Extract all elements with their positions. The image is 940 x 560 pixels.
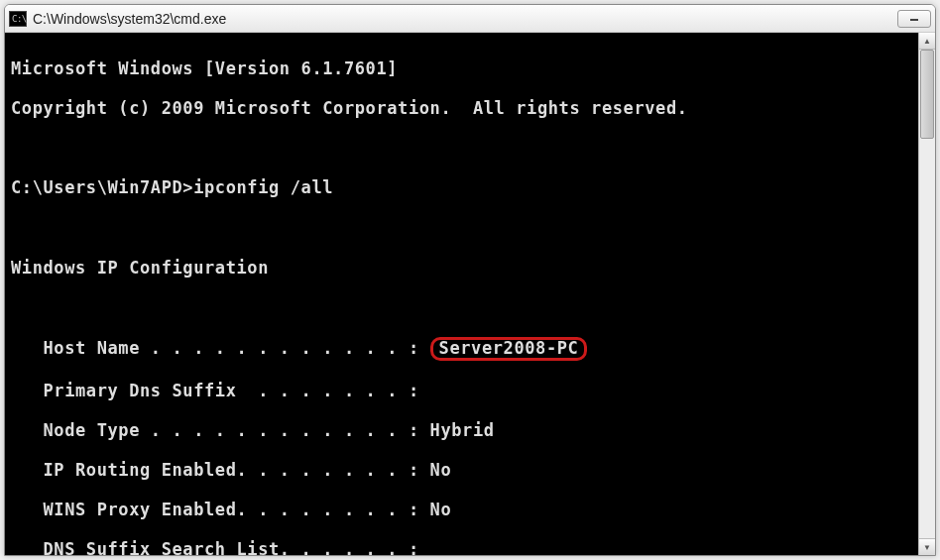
- cmd-window: C:\ C:\Windows\system32\cmd.exe Microsof…: [4, 4, 936, 556]
- scroll-track[interactable]: [919, 50, 935, 538]
- scroll-up-button[interactable]: ▲: [919, 33, 935, 50]
- vertical-scrollbar[interactable]: ▲ ▼: [918, 33, 935, 555]
- window-controls: [897, 10, 931, 28]
- prompt-line: C:\Users\Win7APD>ipconfig /all: [11, 177, 931, 197]
- blank: [11, 217, 931, 237]
- cmd-icon: C:\: [9, 11, 27, 27]
- scroll-down-button[interactable]: ▼: [919, 538, 935, 555]
- blank: [11, 138, 931, 158]
- line-dnslist: DNS Suffix Search List. . . . . . :: [11, 539, 931, 555]
- section-ipconfig: Windows IP Configuration: [11, 258, 931, 278]
- scroll-thumb[interactable]: [920, 50, 934, 139]
- blank: [11, 297, 931, 317]
- terminal-output: Microsoft Windows [Version 6.1.7601] Cop…: [5, 33, 935, 555]
- line-iprouting: IP Routing Enabled. . . . . . . . : No: [11, 460, 931, 480]
- line-hostname: Host Name . . . . . . . . . . . . : Serv…: [11, 337, 931, 361]
- window-title: C:\Windows\system32\cmd.exe: [33, 11, 897, 27]
- line-winsproxy: WINS Proxy Enabled. . . . . . . . : No: [11, 500, 931, 519]
- line-nodetype: Node Type . . . . . . . . . . . . : Hybr…: [11, 420, 931, 440]
- titlebar[interactable]: C:\ C:\Windows\system32\cmd.exe: [5, 5, 935, 33]
- hostname-label: Host Name . . . . . . . . . . . . :: [11, 338, 430, 358]
- hostname-highlight: Server2008-PC: [430, 337, 588, 361]
- minimize-button[interactable]: [897, 10, 931, 28]
- line-copyright: Copyright (c) 2009 Microsoft Corporation…: [11, 98, 931, 118]
- line-version: Microsoft Windows [Version 6.1.7601]: [11, 58, 931, 78]
- line-dns-suffix: Primary Dns Suffix . . . . . . . :: [11, 381, 931, 400]
